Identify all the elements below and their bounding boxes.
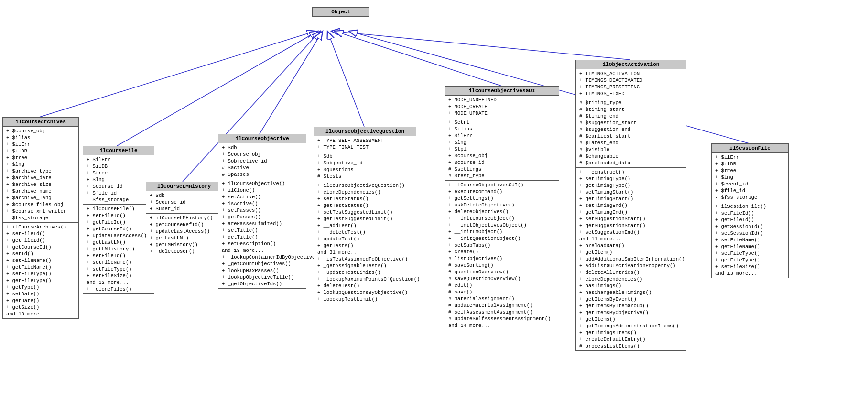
ilCourseLMHistory-attributes: + $db + $course_id + $user_id [146, 191, 222, 214]
ilCourseObjectiveQuestion-methods: + ilCourseObjectiveQuestion() + cloneDep… [314, 181, 416, 304]
svg-line-6 [335, 31, 502, 86]
ilObjectActivation-attributes: # $timing_type # $timing_start # $timing… [576, 98, 686, 168]
ilCourseObjective-box: ilCourseObjective + $db + $course_obj + … [218, 134, 306, 289]
ilSessionFile-title: ilSessionFile [712, 144, 788, 153]
ilObjectActivation-title: ilObjectActivation [576, 60, 686, 69]
ilSessionFile-methods: + ilSessionFile() + setFileId() + getFil… [712, 202, 788, 278]
ilCourseObjectiveQuestion-box: ilCourseObjectiveQuestion + TYPE_SELF_AS… [314, 127, 416, 304]
ilCourseFile-methods: + ilCourseFile() + setFileId() + getFile… [83, 205, 154, 293]
ilCourseObjective-attributes: + $db + $course_obj + $objective_id # $a… [218, 143, 306, 179]
ilCourseObjectiveQuestion-attributes: + $db + $objective_id + $questions # $te… [314, 152, 416, 181]
ilCourseObjectivesGUI-title: ilCourseObjectivesGUI [445, 87, 559, 96]
ilCourseObjectivesGUI-methods: + ilCourseObjectivesGUI() + executeComma… [445, 181, 559, 330]
svg-line-0 [331, 31, 630, 60]
ilCourseObjectiveQuestion-title: ilCourseObjectiveQuestion [314, 127, 416, 136]
ilCourseArchives-title: ilCourseArchives [3, 118, 78, 127]
ilCourseObjectivesGUI-box: ilCourseObjectivesGUI + MODE_UNDEFINED +… [445, 86, 559, 330]
ilCourseObjective-methods: + ilCourseObjective() + ilClone() + setA… [218, 179, 306, 288]
ilSessionFile-attributes: + $ilErr + $ilDB + $tree + $lng + $event… [712, 153, 788, 202]
ilSessionFile-box: ilSessionFile + $ilErr + $ilDB + $tree +… [711, 143, 789, 278]
ilObjectActivation-methods: + __construct() + setTimingType() + getT… [576, 168, 686, 350]
svg-line-4 [260, 31, 323, 134]
ilCourseObjective-title: ilCourseObjective [218, 134, 306, 143]
ilCourseObjectivesGUI-attributes: + $ctrl + $ilias + $ilErr + $lng + $tpl … [445, 118, 559, 181]
ilCourseArchives-attributes: + $course_obj + $ilias + $ilErr + $ilDB … [3, 127, 78, 223]
ilCourseArchives-methods: + ilCourseArchives() + setFileId() + get… [3, 223, 78, 318]
diagram-container: Object ilObjectActivation + TIMINGS_ACTI… [0, 0, 868, 413]
svg-line-1 [39, 31, 315, 117]
object-title: Object [313, 8, 369, 17]
svg-line-5 [327, 31, 364, 127]
ilCourseLMHistory-methods: + ilCourseLMHistory() + getCourseRefId()… [146, 214, 222, 256]
ilCourseFile-attributes: + $ilErr + $ilDB + $tree + $lng + $cours… [83, 155, 154, 205]
svg-line-2 [117, 31, 318, 146]
ilCourseArchives-box: ilCourseArchives + $course_obj + $ilias … [2, 117, 79, 319]
ilCourseFile-title: ilCourseFile [83, 146, 154, 155]
ilCourseObjectiveQuestion-constants: + TYPE_SELF_ASSESSMENT + TYPE_FINAL_TEST [314, 136, 416, 152]
ilObjectActivation-constants: + TIMINGS_ACTIVATION + TIMINGS_DEACTIVAT… [576, 69, 686, 98]
ilCourseLMHistory-box: ilCourseLMHistory + $db + $course_id + $… [146, 182, 222, 256]
ilCourseLMHistory-title: ilCourseLMHistory [146, 182, 222, 191]
ilCourseFile-box: ilCourseFile + $ilErr + $ilDB + $tree + … [83, 146, 154, 294]
ilObjectActivation-box: ilObjectActivation + TIMINGS_ACTIVATION … [575, 60, 686, 351]
ilCourseObjectivesGUI-constants: + MODE_UNDEFINED + MODE_CREATE + MODE_UP… [445, 96, 559, 118]
object-box: Object [312, 7, 369, 17]
